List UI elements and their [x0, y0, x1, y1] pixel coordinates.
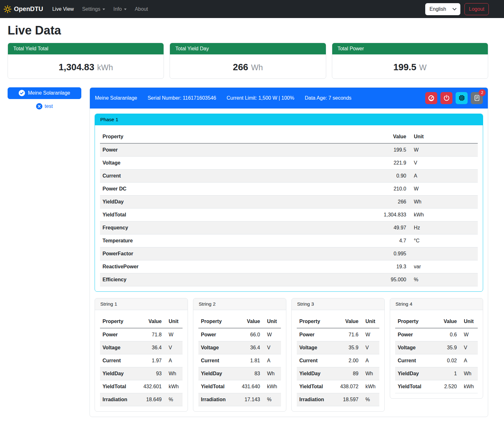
unit-cell: kWh: [409, 208, 478, 221]
unit-cell: Wh: [263, 367, 281, 380]
unit-cell: kWh: [459, 380, 478, 393]
nav-item-info[interactable]: Info: [109, 4, 131, 15]
value-cell: 432.601: [131, 380, 164, 393]
property-cell: YieldTotal: [100, 208, 371, 221]
table-row: Voltage35.9V: [395, 341, 478, 354]
column-header: Property: [100, 315, 131, 328]
string-table: PropertyValueUnitPower71.8WVoltage36.4VC…: [100, 315, 183, 406]
table-row: Current2.00A: [297, 354, 379, 367]
logout-button[interactable]: Logout: [464, 3, 489, 15]
property-cell: YieldTotal: [395, 380, 426, 393]
top-navbar: OpenDTU Live View Settings Info About En…: [0, 0, 504, 18]
property-cell: Voltage: [297, 341, 328, 354]
language-select[interactable]: English: [425, 3, 460, 15]
table-row: PowerFactor0.995: [100, 247, 478, 260]
column-header: Value: [131, 315, 164, 328]
value-cell: 49.97: [371, 221, 409, 234]
table-row: Power DC210.0W: [100, 182, 478, 195]
table-row: Voltage221.9V: [100, 156, 478, 169]
string-table: PropertyValueUnitPower66.0WVoltage36.4VC…: [198, 315, 281, 406]
table-header-row: PropertyValueUnit: [395, 315, 478, 328]
value-cell: 35.9: [328, 341, 361, 354]
unit-cell: V: [263, 341, 281, 354]
value-cell: 266: [371, 195, 409, 208]
table-row: Current0.90A: [100, 169, 478, 182]
limit-settings-button[interactable]: [425, 92, 437, 104]
table-header-row: PropertyValueUnit: [198, 315, 281, 328]
column-header: Property: [198, 315, 230, 328]
nav-item-settings[interactable]: Settings: [78, 4, 109, 15]
value-cell: 93: [131, 367, 164, 380]
unit-cell: Hz: [409, 221, 478, 234]
sidebar-item-label: Meine Solaranlage: [28, 90, 70, 96]
power-button[interactable]: [440, 92, 452, 104]
inverter-sidebar: Meine Solaranlage test: [8, 87, 81, 109]
restart-button[interactable]: [456, 92, 468, 104]
column-header: Property: [395, 315, 426, 328]
table-row: Power0.6W: [395, 328, 478, 341]
column-header: Value: [426, 315, 459, 328]
property-cell: PowerFactor: [100, 247, 371, 260]
sidebar-item-meine-solaranlage[interactable]: Meine Solaranlage: [8, 87, 81, 99]
table-row: YieldDay266Wh: [100, 195, 478, 208]
sun-icon: [3, 5, 12, 14]
value-cell: 35.9: [426, 341, 459, 354]
unit-cell: Wh: [409, 195, 478, 208]
table-row: Efficiency95.000%: [100, 273, 478, 286]
summary-card-title: Total Power: [332, 43, 488, 54]
unit-cell: %: [263, 393, 281, 406]
value-cell: 89: [328, 367, 361, 380]
value-cell: 83: [230, 367, 263, 380]
unit-cell: var: [409, 260, 478, 273]
brand-label: OpenDTU: [14, 5, 43, 13]
summary-card-total-yield-day: Total Yield Day 266 Wh: [170, 43, 326, 79]
column-header: Value: [328, 315, 361, 328]
value-cell: 199.5: [371, 143, 409, 157]
table-header-row: PropertyValueUnit: [297, 315, 379, 328]
property-cell: Voltage: [100, 156, 371, 169]
speedometer-icon: [427, 94, 435, 102]
table-row: YieldDay1Wh: [395, 367, 478, 380]
string-card-1: String 1 PropertyValueUnitPower71.8WVolt…: [95, 298, 188, 412]
unit-cell: Wh: [164, 367, 183, 380]
table-row: YieldDay93Wh: [100, 367, 183, 380]
table-row: YieldTotal2.520kWh: [395, 380, 478, 393]
unit-cell: W: [459, 328, 478, 341]
unit-cell: A: [263, 354, 281, 367]
unit-cell: Wh: [361, 367, 379, 380]
summary-card-title: Total Yield Day: [170, 43, 326, 54]
summary-card-value: 1,304.83: [59, 55, 94, 79]
string-card-4: String 4 PropertyValueUnitPower0.6WVolta…: [390, 298, 483, 399]
brand[interactable]: OpenDTU: [3, 5, 43, 14]
value-cell: 36.4: [230, 341, 263, 354]
nav-item-about[interactable]: About: [131, 4, 152, 15]
property-cell: YieldTotal: [100, 380, 131, 393]
event-log-button[interactable]: 2: [471, 92, 483, 104]
unit-cell: W: [263, 328, 281, 341]
chevron-down-icon: [124, 9, 127, 10]
property-cell: Frequency: [100, 221, 371, 234]
value-cell: 438.072: [328, 380, 361, 393]
property-cell: Power: [100, 143, 371, 157]
sidebar-item-test[interactable]: test: [8, 103, 81, 109]
inverter-serial: Serial Number: 116171603546: [147, 95, 216, 101]
unit-cell: %: [409, 273, 478, 286]
table-row: ReactivePower19.3var: [100, 260, 478, 273]
value-cell: 0.90: [371, 169, 409, 182]
unit-cell: A: [409, 169, 478, 182]
string-card-2: String 2 PropertyValueUnitPower66.0WVolt…: [193, 298, 286, 412]
column-header: Property: [100, 130, 371, 143]
summary-card-unit: Wh: [251, 63, 263, 72]
value-cell: 18.649: [131, 393, 164, 406]
value-cell: 71.8: [131, 328, 164, 341]
nav-item-live-view[interactable]: Live View: [48, 4, 78, 15]
string-card-title: String 1: [95, 298, 188, 310]
column-header: Unit: [263, 315, 281, 328]
table-row: YieldTotal438.072kWh: [297, 380, 379, 393]
table-row: Power66.0W: [198, 328, 281, 341]
table-row: Power199.5W: [100, 143, 478, 157]
string-card-title: String 3: [292, 298, 384, 310]
summary-card-total-yield-total: Total Yield Total 1,304.83 kWh: [8, 43, 164, 79]
value-cell: 66.0: [230, 328, 263, 341]
string-table: PropertyValueUnitPower71.6WVoltage35.9VC…: [297, 315, 379, 406]
